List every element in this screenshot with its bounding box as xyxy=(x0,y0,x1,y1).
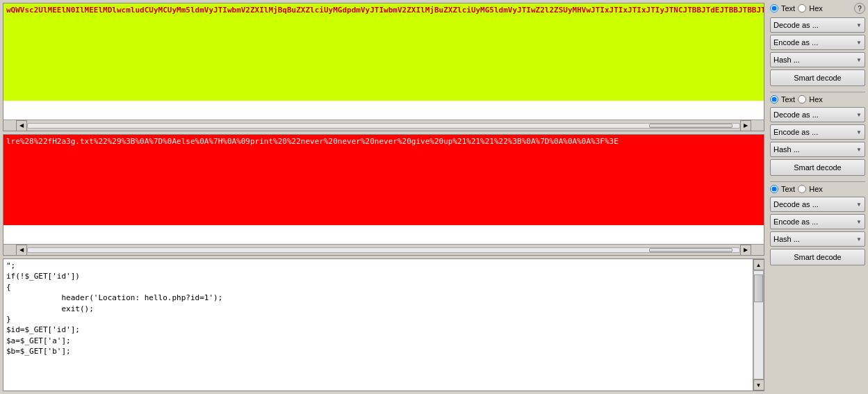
bottom-text: "; if(!$_GET['id']) { header('Location: … xyxy=(3,259,753,359)
sidebar-section-1: Text Hex ? Decode as ... ▼ Encode as ...… xyxy=(770,3,865,92)
radio-row-3: Text Hex xyxy=(770,185,865,193)
top-text: wQWVsc2UlMEElN0IlMEElMDlwcmludCUyMCUyMm5… xyxy=(3,3,764,101)
radio-text-label-3: Text xyxy=(781,185,795,193)
hash-btn-3[interactable]: Hash ... ▼ xyxy=(770,231,865,247)
radio-row-2: Text Hex xyxy=(770,95,865,104)
middle-text: lre%28%22fH2a3g.txt%22%29%3B%0A%7D%0Aels… xyxy=(3,135,764,225)
hash-btn-1[interactable]: Hash ... ▼ xyxy=(770,52,865,67)
radio-hex-3[interactable] xyxy=(798,185,806,193)
hash-arrow-1: ▼ xyxy=(856,57,862,63)
middle-scroll-left[interactable]: ◀ xyxy=(16,245,27,256)
hash-label-2: Hash ... xyxy=(773,145,800,154)
top-scroll-left[interactable]: ◀ xyxy=(16,120,27,131)
middle-scroll-track[interactable] xyxy=(27,247,740,253)
smart-decode-btn-2[interactable]: Smart decode xyxy=(770,159,865,176)
encode-arrow-1: ▼ xyxy=(856,40,862,46)
decode-btn-2[interactable]: Decode as ... ▼ xyxy=(770,107,865,122)
encode-arrow-3: ▼ xyxy=(856,219,862,225)
radio-hex-2[interactable] xyxy=(798,95,806,104)
help-btn-1[interactable]: ? xyxy=(854,3,865,14)
main-area: wQWVsc2UlMEElN0IlMEElMDlwcmludCUyMCUyMm5… xyxy=(0,0,767,394)
radio-hex-label-2: Hex xyxy=(809,95,823,104)
panel-bottom: "; if(!$_GET['id']) { header('Location: … xyxy=(3,258,764,391)
bottom-scroll-v-thumb[interactable] xyxy=(754,274,763,302)
top-content-wrapper: wQWVsc2UlMEElN0IlMEElMDlwcmludCUyMCUyMm5… xyxy=(3,3,764,120)
top-scroll-track[interactable] xyxy=(27,123,740,129)
middle-scroll-right[interactable]: ▶ xyxy=(740,245,751,256)
decode-label-3: Decode as ... xyxy=(773,200,819,208)
encode-label-1: Encode as ... xyxy=(773,38,818,47)
decode-arrow-1: ▼ xyxy=(856,22,862,28)
radio-row-1: Text Hex ? xyxy=(770,3,865,14)
radio-text-label-1: Text xyxy=(781,4,795,13)
radio-hex-1[interactable] xyxy=(798,4,806,13)
radio-text-1[interactable] xyxy=(770,4,778,13)
encode-label-3: Encode as ... xyxy=(773,217,818,226)
encode-label-2: Encode as ... xyxy=(773,128,818,136)
top-scroll-thumb[interactable] xyxy=(649,124,732,128)
panel-middle: lre%28%22fH2a3g.txt%22%29%3B%0A%7D%0Aels… xyxy=(3,134,764,256)
decode-label-2: Decode as ... xyxy=(773,110,819,119)
top-scrollbar-h[interactable]: ◀ ▶ xyxy=(3,120,764,131)
encode-arrow-2: ▼ xyxy=(856,129,862,136)
bottom-scroll-up[interactable]: ▲ xyxy=(753,259,764,270)
hash-label-3: Hash ... xyxy=(773,235,800,243)
decode-btn-1[interactable]: Decode as ... ▼ xyxy=(770,17,865,33)
radio-hex-label-1: Hex xyxy=(809,4,823,13)
bottom-content-wrapper: "; if(!$_GET['id']) { header('Location: … xyxy=(3,259,764,391)
encode-btn-2[interactable]: Encode as ... ▼ xyxy=(770,124,865,140)
decode-arrow-3: ▼ xyxy=(856,202,862,208)
top-content[interactable]: wQWVsc2UlMEElN0IlMEElMDlwcmludCUyMCUyMm5… xyxy=(3,3,764,120)
radio-hex-label-3: Hex xyxy=(809,185,823,193)
hash-arrow-2: ▼ xyxy=(856,147,862,153)
middle-content[interactable]: lre%28%22fH2a3g.txt%22%29%3B%0A%7D%0Aels… xyxy=(3,135,764,244)
bottom-scroll-v-track[interactable] xyxy=(753,270,764,379)
radio-text-2[interactable] xyxy=(770,95,778,104)
radio-text-3[interactable] xyxy=(770,185,778,193)
panel-top: wQWVsc2UlMEElN0IlMEElMDlwcmludCUyMCUyMm5… xyxy=(3,3,764,131)
radio-text-label-2: Text xyxy=(781,95,795,104)
decode-btn-3[interactable]: Decode as ... ▼ xyxy=(770,197,865,212)
hash-arrow-3: ▼ xyxy=(856,236,862,243)
hash-btn-2[interactable]: Hash ... ▼ xyxy=(770,142,865,157)
smart-decode-btn-3[interactable]: Smart decode xyxy=(770,249,865,265)
bottom-content[interactable]: "; if(!$_GET['id']) { header('Location: … xyxy=(3,259,753,391)
sidebar-section-3: Text Hex Decode as ... ▼ Encode as ... ▼… xyxy=(770,185,865,271)
smart-decode-btn-1[interactable]: Smart decode xyxy=(770,69,865,86)
middle-content-wrapper: lre%28%22fH2a3g.txt%22%29%3B%0A%7D%0Aels… xyxy=(3,135,764,244)
sidebar-section-2: Text Hex Decode as ... ▼ Encode as ... ▼… xyxy=(770,95,865,182)
decode-arrow-2: ▼ xyxy=(856,112,862,118)
bottom-scrollbar-v[interactable]: ▲ ▼ xyxy=(753,259,764,391)
encode-btn-3[interactable]: Encode as ... ▼ xyxy=(770,214,865,229)
encode-btn-1[interactable]: Encode as ... ▼ xyxy=(770,35,865,50)
decode-label-1: Decode as ... xyxy=(773,21,819,29)
middle-scroll-thumb[interactable] xyxy=(649,248,732,252)
sidebar: Text Hex ? Decode as ... ▼ Encode as ...… xyxy=(767,0,868,394)
hash-label-1: Hash ... xyxy=(773,56,800,64)
middle-scrollbar-h[interactable]: ◀ ▶ xyxy=(3,244,764,255)
top-scroll-right[interactable]: ▶ xyxy=(740,120,751,131)
bottom-scroll-down[interactable]: ▼ xyxy=(753,379,764,391)
